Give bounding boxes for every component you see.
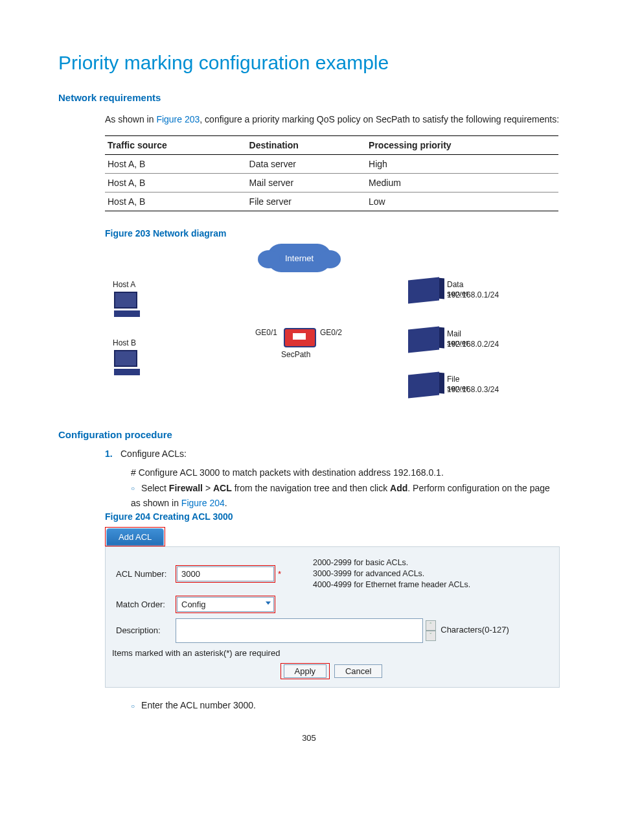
th-traffic-source: Traffic source (105, 136, 247, 155)
file-server-ip: 192.168.0.3/24 (447, 385, 499, 394)
apply-button[interactable]: Apply (284, 664, 327, 678)
secpath-label: SecPath (281, 350, 310, 359)
description-label: Description: (112, 616, 172, 646)
page-title: Priority marking configuration example (58, 52, 560, 74)
secpath-router-icon (284, 328, 316, 347)
figure-203-caption: Figure 203 Network diagram (105, 228, 560, 239)
ge01-label: GE0/1 (255, 328, 277, 337)
table-row: Host A, BData serverHigh (105, 155, 558, 174)
cancel-button[interactable]: Cancel (334, 664, 382, 678)
host-a-icon (114, 292, 144, 318)
intro-paragraph: As shown in Figure 203, configure a prio… (105, 112, 560, 126)
internet-cloud: Internet (267, 244, 332, 272)
th-priority: Processing priority (366, 136, 558, 155)
page-number: 305 (58, 733, 560, 743)
add-acl-screenshot: Add ACL ACL Number: 3000* 2000-2999 for … (105, 527, 560, 688)
figure-204-link[interactable]: Figure 204 (181, 498, 225, 508)
acl-help-text: 2000-2999 for basic ACLs. 3000-3999 for … (309, 555, 553, 593)
host-b-label: Host B (113, 338, 136, 347)
acl-number-label: ACL Number: (112, 555, 172, 593)
figure-204-caption: Figure 204 Creating ACL 3000 (105, 511, 560, 522)
step-1-bullet-2: ○Enter the ACL number 3000. (131, 698, 560, 714)
intro-post: , configure a priority marking QoS polic… (200, 114, 559, 124)
table-row: Host A, BMail serverMedium (105, 174, 558, 192)
step-1-detail: # Configure ACL 3000 to match packets wi… (131, 465, 560, 481)
match-order-select[interactable]: Config (177, 597, 274, 612)
host-b-icon (114, 350, 144, 376)
step-1-bullet-1: ○Select Firewall > ACL from the navigati… (131, 481, 560, 512)
required-note: Items marked with an asterisk(*) are req… (112, 648, 553, 658)
characters-hint: Characters(0-127) (441, 625, 509, 635)
requirements-table: Traffic source Destination Processing pr… (105, 135, 558, 211)
data-server-icon (408, 277, 439, 304)
mail-server-icon (408, 327, 439, 353)
section-network-requirements: Network requirements (58, 92, 560, 103)
network-diagram: Internet Host A Host B GE0/1 GE0/2 SecPa… (105, 244, 468, 412)
table-row: Host A, BFile serverLow (105, 192, 558, 211)
mail-server-ip: 192.168.0.2/24 (447, 340, 499, 349)
chevron-down-icon[interactable]: ˇ (426, 631, 436, 641)
bullet-icon: ○ (131, 485, 135, 492)
bullet-icon: ○ (131, 703, 135, 710)
step-1: 1.Configure ACLs: (105, 447, 560, 461)
section-configuration-procedure: Configuration procedure (58, 429, 560, 440)
ge02-label: GE0/2 (320, 328, 342, 337)
required-asterisk: * (278, 569, 281, 579)
th-destination: Destination (247, 136, 366, 155)
step-1-number: 1. (105, 447, 120, 461)
match-order-label: Match Order: (112, 593, 172, 616)
file-server-icon (408, 372, 439, 399)
chevron-up-icon[interactable]: ˆ (426, 620, 436, 631)
intro-pre: As shown in (105, 114, 156, 124)
textarea-scroll[interactable]: ˆˇ (426, 620, 436, 641)
host-a-label: Host A (113, 280, 135, 289)
acl-number-input[interactable]: 3000 (177, 566, 274, 581)
add-acl-tab[interactable]: Add ACL (106, 528, 164, 546)
data-server-ip: 192.168.0.1/24 (447, 290, 499, 299)
figure-203-link[interactable]: Figure 203 (156, 114, 200, 124)
description-textarea[interactable] (176, 618, 423, 643)
